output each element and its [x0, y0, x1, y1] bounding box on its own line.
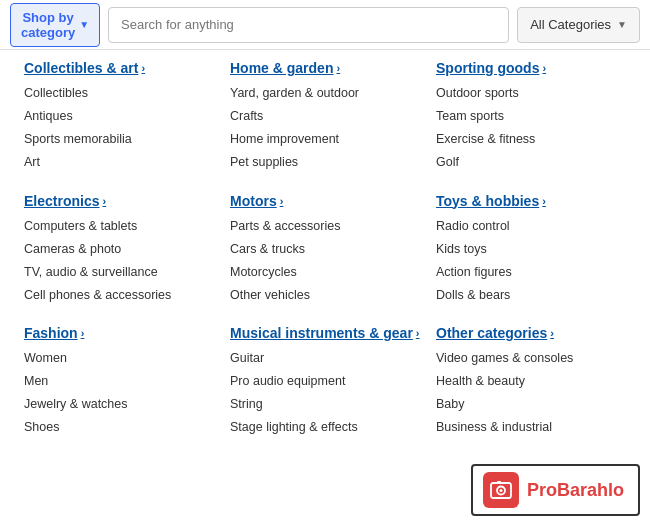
category-item[interactable]: Business & industrial [436, 416, 626, 439]
category-group: Sporting goods ›Outdoor sportsTeam sport… [436, 60, 626, 175]
category-arrow-icon: › [102, 195, 106, 207]
category-arrow-icon: › [141, 62, 145, 74]
category-item[interactable]: Radio control [436, 215, 626, 238]
category-col-1: Home & garden ›Yard, garden & outdoorCra… [222, 60, 428, 458]
category-arrow-icon: › [81, 327, 85, 339]
category-item[interactable]: Cars & trucks [230, 238, 420, 261]
category-item[interactable]: Golf [436, 151, 626, 174]
category-item[interactable]: String [230, 393, 420, 416]
category-arrow-icon: › [336, 62, 340, 74]
category-item[interactable]: Dolls & bears [436, 284, 626, 307]
category-group: Musical instruments & gear ›GuitarPro au… [230, 325, 420, 440]
category-item[interactable]: Health & beauty [436, 370, 626, 393]
category-item[interactable]: TV, audio & surveillance [24, 261, 214, 284]
category-item[interactable]: Parts & accessories [230, 215, 420, 238]
category-title: Motors [230, 193, 277, 209]
all-categories-label: All Categories [530, 17, 611, 32]
category-group: Other categories ›Video games & consoles… [436, 325, 626, 440]
category-item[interactable]: Exercise & fitness [436, 128, 626, 151]
category-item[interactable]: Outdoor sports [436, 82, 626, 105]
category-group: Home & garden ›Yard, garden & outdoorCra… [230, 60, 420, 175]
category-item[interactable]: Collectibles [24, 82, 214, 105]
category-item[interactable]: Kids toys [436, 238, 626, 261]
category-arrow-icon: › [542, 62, 546, 74]
category-col-0: Collectibles & art ›CollectiblesAntiques… [16, 60, 222, 458]
category-header[interactable]: Home & garden › [230, 60, 420, 76]
category-header[interactable]: Collectibles & art › [24, 60, 214, 76]
shop-by-line2: category [21, 25, 75, 40]
category-item[interactable]: Women [24, 347, 214, 370]
category-item[interactable]: Shoes [24, 416, 214, 439]
category-title: Electronics [24, 193, 99, 209]
category-header[interactable]: Electronics › [24, 193, 214, 209]
category-item[interactable]: Baby [436, 393, 626, 416]
category-item[interactable]: Cell phones & accessories [24, 284, 214, 307]
shop-by-chevron-icon: ▼ [79, 19, 89, 30]
shop-by-button[interactable]: Shop by category ▼ [10, 3, 100, 47]
category-item[interactable]: Pet supplies [230, 151, 420, 174]
category-group: Fashion ›WomenMenJewelry & watchesShoes [24, 325, 214, 440]
category-item[interactable]: Antiques [24, 105, 214, 128]
category-item[interactable]: Other vehicles [230, 284, 420, 307]
category-header[interactable]: Musical instruments & gear › [230, 325, 420, 341]
watermark-text: ProBarahlo [527, 480, 624, 501]
svg-point-3 [499, 489, 502, 492]
category-arrow-icon: › [280, 195, 284, 207]
category-item[interactable]: Video games & consoles [436, 347, 626, 370]
category-title: Toys & hobbies [436, 193, 539, 209]
all-categories-button[interactable]: All Categories ▼ [517, 7, 640, 43]
category-header[interactable]: Sporting goods › [436, 60, 626, 76]
category-group: Toys & hobbies ›Radio controlKids toysAc… [436, 193, 626, 308]
category-item[interactable]: Action figures [436, 261, 626, 284]
category-header[interactable]: Motors › [230, 193, 420, 209]
category-arrow-icon: › [550, 327, 554, 339]
category-item[interactable]: Sports memorabilia [24, 128, 214, 151]
category-title: Sporting goods [436, 60, 539, 76]
category-group: Motors ›Parts & accessoriesCars & trucks… [230, 193, 420, 308]
category-item[interactable]: Stage lighting & effects [230, 416, 420, 439]
search-input[interactable] [108, 7, 509, 43]
category-item[interactable]: Yard, garden & outdoor [230, 82, 420, 105]
category-group: Electronics ›Computers & tabletsCameras … [24, 193, 214, 308]
shop-by-line1: Shop by [21, 10, 75, 25]
category-item[interactable]: Pro audio equipment [230, 370, 420, 393]
category-header[interactable]: Fashion › [24, 325, 214, 341]
category-title: Collectibles & art [24, 60, 138, 76]
category-col-2: Sporting goods ›Outdoor sportsTeam sport… [428, 60, 634, 458]
category-arrow-icon: › [416, 327, 420, 339]
category-item[interactable]: Computers & tablets [24, 215, 214, 238]
category-item[interactable]: Cameras & photo [24, 238, 214, 261]
category-item[interactable]: Art [24, 151, 214, 174]
category-title: Musical instruments & gear [230, 325, 413, 341]
category-item[interactable]: Crafts [230, 105, 420, 128]
all-categories-chevron-icon: ▼ [617, 19, 627, 30]
category-title: Other categories [436, 325, 547, 341]
category-header[interactable]: Toys & hobbies › [436, 193, 626, 209]
category-title: Fashion [24, 325, 78, 341]
category-header[interactable]: Other categories › [436, 325, 626, 341]
category-item[interactable]: Guitar [230, 347, 420, 370]
category-item[interactable]: Men [24, 370, 214, 393]
category-arrow-icon: › [542, 195, 546, 207]
category-item[interactable]: Motorcycles [230, 261, 420, 284]
category-group: Collectibles & art ›CollectiblesAntiques… [24, 60, 214, 175]
category-item[interactable]: Jewelry & watches [24, 393, 214, 416]
category-item[interactable]: Team sports [436, 105, 626, 128]
category-item[interactable]: Home improvement [230, 128, 420, 151]
category-title: Home & garden [230, 60, 333, 76]
watermark: ProBarahlo [471, 464, 640, 516]
categories-grid: Collectibles & art ›CollectiblesAntiques… [0, 50, 650, 468]
svg-rect-2 [497, 481, 501, 484]
header: Shop by category ▼ All Categories ▼ [0, 0, 650, 50]
watermark-icon [483, 472, 519, 508]
